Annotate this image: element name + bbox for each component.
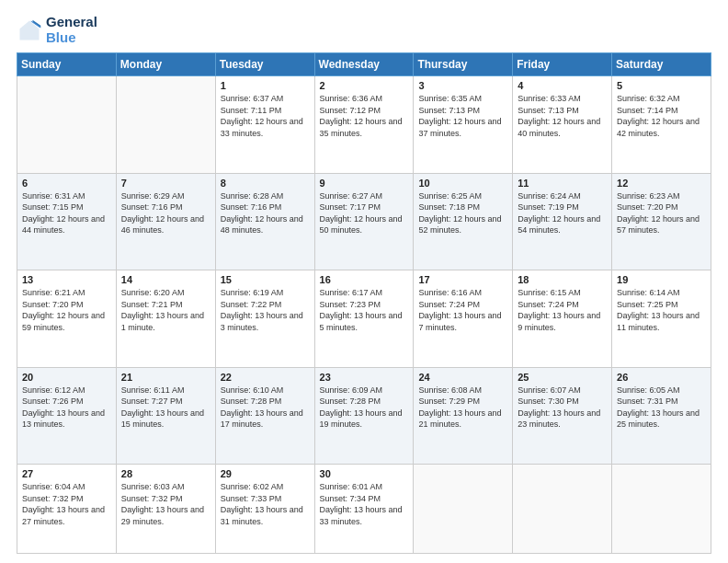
day-number: 28 [121, 468, 210, 479]
calendar-table: SundayMondayTuesdayWednesdayThursdayFrid… [17, 52, 711, 554]
calendar-cell [414, 465, 513, 554]
logo: General Blue [17, 15, 97, 45]
calendar-cell: 22Sunrise: 6:10 AM Sunset: 7:28 PM Dayli… [215, 367, 314, 465]
calendar-cell [513, 465, 612, 554]
day-info: Sunrise: 6:03 AM Sunset: 7:32 PM Dayligh… [121, 481, 210, 527]
day-info: Sunrise: 6:15 AM Sunset: 7:24 PM Dayligh… [518, 287, 607, 333]
day-info: Sunrise: 6:23 AM Sunset: 7:20 PM Dayligh… [617, 190, 706, 236]
day-number: 30 [320, 468, 409, 479]
day-number: 27 [22, 468, 111, 479]
day-info: Sunrise: 6:14 AM Sunset: 7:25 PM Dayligh… [617, 287, 706, 333]
calendar-cell: 25Sunrise: 6:07 AM Sunset: 7:30 PM Dayli… [513, 367, 612, 465]
day-info: Sunrise: 6:33 AM Sunset: 7:13 PM Dayligh… [518, 93, 607, 139]
calendar-cell: 23Sunrise: 6:09 AM Sunset: 7:28 PM Dayli… [314, 367, 414, 465]
calendar-cell: 17Sunrise: 6:16 AM Sunset: 7:24 PM Dayli… [414, 270, 513, 368]
weekday-header: Tuesday [215, 53, 314, 76]
day-info: Sunrise: 6:05 AM Sunset: 7:31 PM Dayligh… [617, 385, 706, 431]
day-number: 20 [22, 372, 111, 383]
day-number: 23 [320, 372, 409, 383]
calendar-cell: 14Sunrise: 6:20 AM Sunset: 7:21 PM Dayli… [116, 270, 215, 368]
day-info: Sunrise: 6:20 AM Sunset: 7:21 PM Dayligh… [121, 287, 210, 333]
calendar-week-row: 1Sunrise: 6:37 AM Sunset: 7:11 PM Daylig… [17, 76, 711, 174]
day-number: 29 [221, 468, 310, 479]
day-number: 18 [518, 274, 607, 285]
calendar-cell: 28Sunrise: 6:03 AM Sunset: 7:32 PM Dayli… [116, 465, 215, 554]
calendar-cell: 15Sunrise: 6:19 AM Sunset: 7:22 PM Dayli… [215, 270, 314, 368]
day-info: Sunrise: 6:31 AM Sunset: 7:15 PM Dayligh… [22, 190, 111, 236]
day-number: 17 [418, 274, 507, 285]
day-info: Sunrise: 6:07 AM Sunset: 7:30 PM Dayligh… [518, 385, 607, 431]
calendar-cell: 19Sunrise: 6:14 AM Sunset: 7:25 PM Dayli… [612, 270, 711, 368]
day-number: 22 [221, 372, 310, 383]
day-number: 7 [121, 178, 210, 189]
calendar-cell: 20Sunrise: 6:12 AM Sunset: 7:26 PM Dayli… [17, 367, 117, 465]
day-number: 2 [320, 80, 409, 91]
calendar-cell: 4Sunrise: 6:33 AM Sunset: 7:13 PM Daylig… [513, 76, 612, 174]
day-info: Sunrise: 6:35 AM Sunset: 7:13 PM Dayligh… [418, 93, 507, 139]
day-number: 6 [22, 178, 111, 189]
day-number: 14 [121, 274, 210, 285]
day-info: Sunrise: 6:01 AM Sunset: 7:34 PM Dayligh… [320, 481, 409, 527]
day-number: 15 [221, 274, 310, 285]
day-number: 24 [418, 372, 507, 383]
day-info: Sunrise: 6:09 AM Sunset: 7:28 PM Dayligh… [320, 385, 409, 431]
calendar-week-row: 27Sunrise: 6:04 AM Sunset: 7:32 PM Dayli… [17, 465, 711, 554]
day-number: 10 [418, 178, 507, 189]
day-number: 26 [617, 372, 706, 383]
calendar-cell: 8Sunrise: 6:28 AM Sunset: 7:16 PM Daylig… [215, 173, 314, 270]
weekday-header: Saturday [612, 53, 711, 76]
calendar-cell: 18Sunrise: 6:15 AM Sunset: 7:24 PM Dayli… [513, 270, 612, 368]
day-info: Sunrise: 6:24 AM Sunset: 7:19 PM Dayligh… [518, 190, 607, 236]
weekday-header: Wednesday [314, 53, 414, 76]
day-number: 5 [617, 80, 706, 91]
calendar-week-row: 20Sunrise: 6:12 AM Sunset: 7:26 PM Dayli… [17, 367, 711, 465]
day-info: Sunrise: 6:16 AM Sunset: 7:24 PM Dayligh… [418, 287, 507, 333]
day-info: Sunrise: 6:11 AM Sunset: 7:27 PM Dayligh… [121, 385, 210, 431]
day-number: 13 [22, 274, 111, 285]
day-number: 4 [518, 80, 607, 91]
calendar-cell: 7Sunrise: 6:29 AM Sunset: 7:16 PM Daylig… [116, 173, 215, 270]
calendar-cell: 1Sunrise: 6:37 AM Sunset: 7:11 PM Daylig… [215, 76, 314, 174]
header: General Blue [17, 15, 711, 45]
calendar-cell: 5Sunrise: 6:32 AM Sunset: 7:14 PM Daylig… [612, 76, 711, 174]
day-info: Sunrise: 6:28 AM Sunset: 7:16 PM Dayligh… [221, 190, 310, 236]
calendar-cell: 11Sunrise: 6:24 AM Sunset: 7:19 PM Dayli… [513, 173, 612, 270]
day-info: Sunrise: 6:19 AM Sunset: 7:22 PM Dayligh… [221, 287, 310, 333]
calendar-cell: 2Sunrise: 6:36 AM Sunset: 7:12 PM Daylig… [314, 76, 414, 174]
logo-text: General Blue [46, 15, 97, 45]
day-number: 9 [320, 178, 409, 189]
calendar-cell: 13Sunrise: 6:21 AM Sunset: 7:20 PM Dayli… [17, 270, 117, 368]
calendar-header-row: SundayMondayTuesdayWednesdayThursdayFrid… [17, 53, 711, 76]
day-info: Sunrise: 6:25 AM Sunset: 7:18 PM Dayligh… [418, 190, 507, 236]
day-info: Sunrise: 6:21 AM Sunset: 7:20 PM Dayligh… [22, 287, 111, 333]
day-info: Sunrise: 6:10 AM Sunset: 7:28 PM Dayligh… [221, 385, 310, 431]
day-info: Sunrise: 6:32 AM Sunset: 7:14 PM Dayligh… [617, 93, 706, 139]
calendar-cell [612, 465, 711, 554]
day-info: Sunrise: 6:17 AM Sunset: 7:23 PM Dayligh… [320, 287, 409, 333]
calendar-cell: 24Sunrise: 6:08 AM Sunset: 7:29 PM Dayli… [414, 367, 513, 465]
day-number: 1 [221, 80, 310, 91]
day-info: Sunrise: 6:29 AM Sunset: 7:16 PM Dayligh… [121, 190, 210, 236]
day-number: 12 [617, 178, 706, 189]
day-info: Sunrise: 6:02 AM Sunset: 7:33 PM Dayligh… [221, 481, 310, 527]
day-number: 25 [518, 372, 607, 383]
day-info: Sunrise: 6:12 AM Sunset: 7:26 PM Dayligh… [22, 385, 111, 431]
weekday-header: Friday [513, 53, 612, 76]
calendar-cell: 10Sunrise: 6:25 AM Sunset: 7:18 PM Dayli… [414, 173, 513, 270]
calendar-cell [116, 76, 215, 174]
calendar-cell: 3Sunrise: 6:35 AM Sunset: 7:13 PM Daylig… [414, 76, 513, 174]
calendar-cell: 16Sunrise: 6:17 AM Sunset: 7:23 PM Dayli… [314, 270, 414, 368]
calendar-cell: 30Sunrise: 6:01 AM Sunset: 7:34 PM Dayli… [314, 465, 414, 554]
weekday-header: Monday [116, 53, 215, 76]
day-info: Sunrise: 6:04 AM Sunset: 7:32 PM Dayligh… [22, 481, 111, 527]
weekday-header: Thursday [414, 53, 513, 76]
calendar-week-row: 6Sunrise: 6:31 AM Sunset: 7:15 PM Daylig… [17, 173, 711, 270]
calendar-cell: 9Sunrise: 6:27 AM Sunset: 7:17 PM Daylig… [314, 173, 414, 270]
calendar-cell [17, 76, 117, 174]
calendar-cell: 12Sunrise: 6:23 AM Sunset: 7:20 PM Dayli… [612, 173, 711, 270]
calendar-cell: 27Sunrise: 6:04 AM Sunset: 7:32 PM Dayli… [17, 465, 117, 554]
day-number: 21 [121, 372, 210, 383]
day-info: Sunrise: 6:37 AM Sunset: 7:11 PM Dayligh… [221, 93, 310, 139]
weekday-header: Sunday [17, 53, 117, 76]
day-number: 3 [418, 80, 507, 91]
